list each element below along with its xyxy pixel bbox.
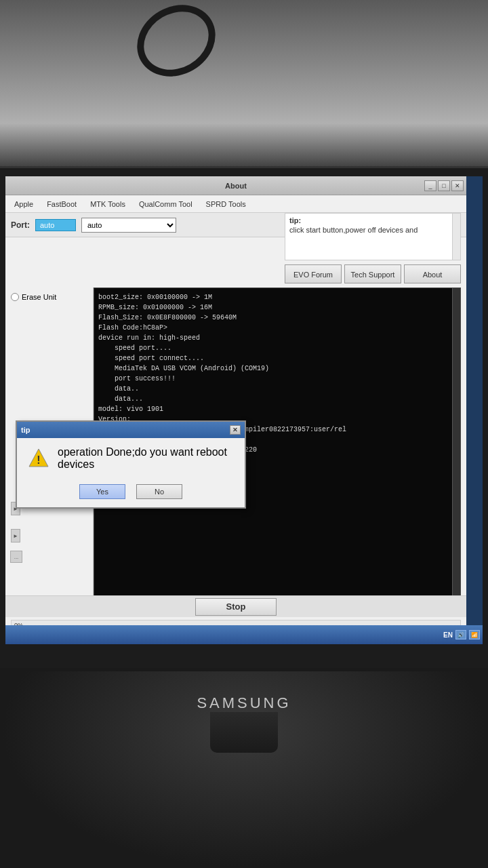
taskbar-volume-icon[interactable]: 🔊 [455, 630, 466, 639]
cable-decoration [124, 0, 228, 90]
dialog-message: operation Done;do you want reboot device… [58, 446, 234, 471]
dialog-close-button[interactable]: ✕ [230, 425, 241, 435]
app-window: About _ □ ✕ Apple FastBoot MTK Tools Qua… [5, 176, 466, 637]
dialog-no-button[interactable]: No [136, 484, 182, 499]
samsung-logo: SAMSUNG [197, 694, 291, 712]
taskbar-network-icon[interactable]: 📶 [469, 630, 480, 639]
tip-dialog: tip ✕ ! operation Done;do you want reboo… [16, 420, 246, 509]
dialog-title-bar: tip ✕ [17, 422, 245, 438]
svg-text:!: ! [37, 454, 40, 466]
dialog-yes-button[interactable]: Yes [79, 484, 125, 499]
warning-icon: ! [28, 448, 49, 469]
dialog-overlay: tip ✕ ! operation Done;do you want reboo… [5, 176, 466, 637]
dialog-buttons: Yes No [17, 479, 245, 507]
dialog-title-text: tip [21, 426, 30, 434]
taskbar: EN 🔊 📶 [5, 625, 483, 644]
taskbar-lang: EN [443, 631, 453, 639]
photo-background [0, 0, 488, 176]
monitor-foot [210, 712, 278, 753]
monitor-screen: About _ □ ✕ Apple FastBoot MTK Tools Qua… [5, 176, 483, 644]
dialog-body: ! operation Done;do you want reboot devi… [17, 438, 245, 479]
